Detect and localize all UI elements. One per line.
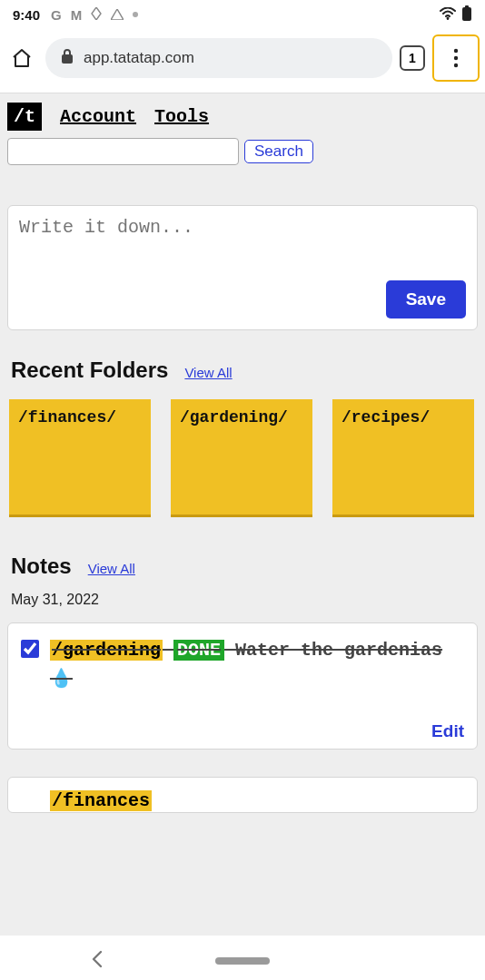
recent-folders-header: Recent Folders View All xyxy=(0,338,485,390)
compose-textarea[interactable] xyxy=(19,217,466,271)
svg-point-5 xyxy=(454,56,458,60)
folder-card-recipes[interactable]: /recipes/ xyxy=(332,399,474,517)
edit-button[interactable]: Edit xyxy=(431,721,464,741)
note-checkbox[interactable] xyxy=(21,640,39,658)
home-icon xyxy=(11,47,33,69)
gmail-icon: M xyxy=(71,7,83,23)
note-row: /gardening DONE Water the gardenias💧 xyxy=(21,636,464,694)
tab-count-value: 1 xyxy=(409,51,416,65)
app-top-nav: /t Account Tools xyxy=(0,93,485,138)
status-left: 9:40 G M xyxy=(13,7,138,23)
device-back-button[interactable] xyxy=(91,950,104,972)
search-row: Search xyxy=(0,138,485,178)
address-bar[interactable]: app.tatatap.com xyxy=(45,38,392,78)
more-vertical-icon xyxy=(453,48,459,68)
device-nav-bar xyxy=(0,936,485,980)
note-body: /gardening DONE Water the gardenias💧 xyxy=(50,636,464,694)
browser-home-button[interactable] xyxy=(5,42,38,74)
svg-rect-2 xyxy=(465,5,469,8)
note-folder-tag[interactable]: /finances xyxy=(50,790,152,811)
folders-row: /finances/ /gardening/ /recipes/ xyxy=(0,390,485,544)
svg-point-4 xyxy=(454,49,458,53)
tab-switcher-button[interactable]: 1 xyxy=(400,45,425,71)
note-folder-tag[interactable]: /gardening xyxy=(50,640,163,661)
status-dot-icon xyxy=(133,12,138,17)
folder-card-finances[interactable]: /finances/ xyxy=(9,399,151,517)
nav-account-link[interactable]: Account xyxy=(60,106,136,127)
note-card: /gardening DONE Water the gardenias💧 Edi… xyxy=(7,622,478,750)
svg-point-0 xyxy=(447,16,450,19)
notes-title: Notes xyxy=(11,554,72,579)
status-time: 9:40 xyxy=(13,7,40,23)
recent-folders-title: Recent Folders xyxy=(11,358,168,383)
app-logo[interactable]: /t xyxy=(7,103,42,131)
svg-rect-1 xyxy=(462,7,471,21)
notes-header: Notes View All xyxy=(0,544,485,586)
note-card: /finances xyxy=(7,777,478,813)
chevron-left-icon xyxy=(91,950,104,968)
compose-card: Save xyxy=(7,205,478,330)
note-body: /finances xyxy=(50,787,152,813)
lock-icon xyxy=(60,48,74,69)
status-app-icons: G M xyxy=(51,7,138,23)
address-bar-url: app.tatatap.com xyxy=(84,49,194,67)
notes-date-label: May 31, 2022 xyxy=(0,586,485,617)
svg-point-6 xyxy=(454,64,458,67)
app-content: /t Account Tools Search Save Recent Fold… xyxy=(0,93,485,936)
device-home-pill[interactable] xyxy=(215,957,270,965)
search-input[interactable] xyxy=(7,138,239,165)
battery-icon xyxy=(461,5,472,24)
save-button[interactable]: Save xyxy=(386,280,466,318)
recent-folders-viewall-link[interactable]: View All xyxy=(184,365,232,380)
status-right xyxy=(440,5,472,24)
search-button[interactable]: Search xyxy=(244,140,313,163)
folder-card-gardening[interactable]: /gardening/ xyxy=(171,399,312,517)
notes-viewall-link[interactable]: View All xyxy=(88,561,135,576)
svg-rect-3 xyxy=(62,54,73,64)
note-actions: Edit xyxy=(21,694,464,741)
note-row: /finances xyxy=(21,787,464,813)
device-status-bar: 9:40 G M xyxy=(0,0,485,29)
diamond-icon xyxy=(91,7,102,23)
wifi-icon xyxy=(440,7,456,23)
browser-menu-button[interactable] xyxy=(432,34,480,82)
google-icon: G xyxy=(51,7,62,23)
note-status-tag: DONE xyxy=(173,640,224,661)
triangle-icon xyxy=(111,7,124,23)
compose-actions: Save xyxy=(19,275,466,318)
browser-chrome: app.tatatap.com 1 xyxy=(0,29,485,93)
nav-tools-link[interactable]: Tools xyxy=(154,106,209,127)
